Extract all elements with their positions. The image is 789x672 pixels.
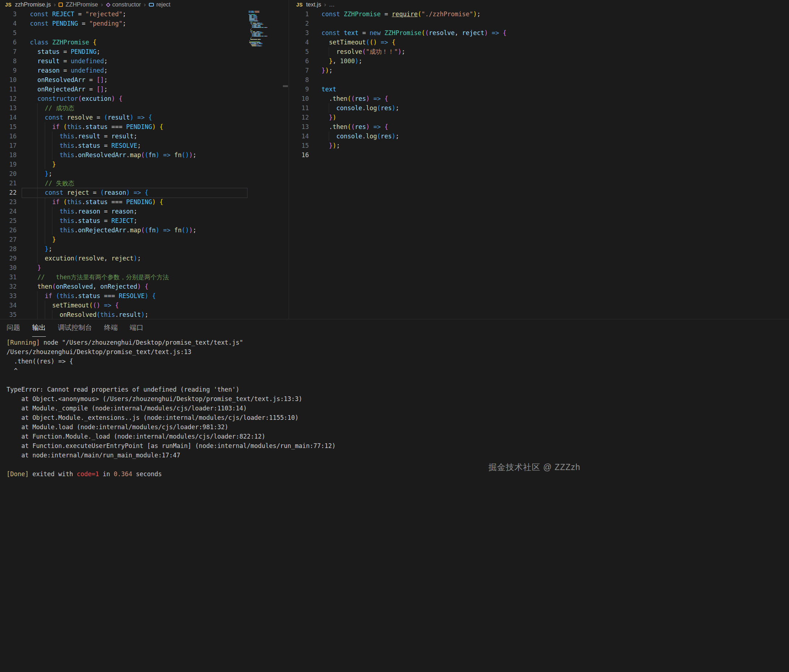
line-number[interactable]: 11 [289,103,309,113]
line-number[interactable]: 21 [0,179,17,188]
line-number[interactable]: 30 [0,263,17,272]
code-line[interactable]: 4 setTimeout(() => { [289,38,789,47]
line-number[interactable]: 24 [0,207,17,216]
line-number[interactable]: 6 [289,56,309,66]
line-number[interactable]: 7 [289,66,309,75]
code-line[interactable]: 23 if (this.status === PENDING) { [0,197,289,207]
breadcrumb-item-file[interactable]: zzhPromise.js [15,2,51,8]
line-number[interactable]: 16 [289,150,309,160]
code-line[interactable]: 2 [289,19,789,28]
code-line[interactable]: 10 .then((res) => { [289,94,789,103]
code-line[interactable]: 16 this.result = result; [0,131,289,141]
line-number[interactable]: 6 [0,38,17,47]
code-line[interactable]: 28 }; [0,244,289,254]
code-line[interactable]: 22 const reject = (reason) => { [0,188,289,197]
line-number[interactable]: 14 [0,113,17,122]
code-line[interactable]: 7 status = PENDING; [0,47,289,56]
code-line[interactable]: 35 onResolved(this.result); [0,310,289,319]
code-line[interactable]: 14 console.log(res); [289,131,789,141]
breadcrumb-item-class[interactable]: ZZHPromise [65,2,98,8]
breadcrumb-item-reject[interactable]: reject [157,2,171,8]
line-number[interactable]: 13 [289,122,309,131]
code-line[interactable]: 14 const resolve = (result) => { [0,113,289,122]
panel-tab-terminal[interactable]: 终端 [104,319,118,337]
line-number[interactable]: 3 [0,10,17,19]
code-line[interactable]: 4const PENDING = "pending"; [0,19,289,28]
line-number[interactable]: 33 [0,291,17,301]
line-number[interactable]: 8 [0,56,17,66]
panel-tab-output[interactable]: 输出 [32,319,46,337]
code-line[interactable]: 10 onResolvedArr = []; [0,75,289,85]
code-line[interactable]: 9text [289,85,789,94]
line-number[interactable]: 3 [289,28,309,38]
line-number[interactable]: 15 [289,141,309,150]
line-number[interactable]: 11 [0,85,17,94]
code-line[interactable]: 6class ZZHPromise { [0,38,289,47]
line-number[interactable]: 17 [0,141,17,150]
code-line[interactable]: 18 this.onResolvedArr.map((fn) => fn()); [0,150,289,160]
code-line[interactable]: 19 } [0,160,289,169]
output-console[interactable]: [Running] node "/Users/zhouzenghui/Deskt… [0,337,789,672]
code-line[interactable]: 33 if (this.status === RESOLVE) { [0,291,289,301]
panel-tab-problems[interactable]: 问题 [6,319,20,337]
code-line[interactable]: 7}); [289,66,789,75]
line-number[interactable]: 18 [0,150,17,160]
code-line[interactable]: 13 .then((res) => { [289,122,789,131]
editor-left[interactable]: 3const REJECT = "rejected";4const PENDIN… [0,10,289,319]
line-number[interactable]: 12 [0,94,17,103]
editor-right[interactable]: 1const ZZHPromise = require("./zzhPromis… [289,10,789,319]
line-number[interactable]: 35 [0,310,17,319]
line-number[interactable]: 25 [0,216,17,225]
line-number[interactable]: 5 [0,28,17,38]
code-line[interactable]: 20 }; [0,169,289,179]
panel-tab-debug-console[interactable]: 调试控制台 [58,319,92,337]
line-number[interactable]: 16 [0,131,17,141]
code-line[interactable]: 26 this.onRejectedArr.map((fn) => fn()); [0,225,289,235]
code-line[interactable]: 17 this.status = RESOLVE; [0,141,289,150]
line-number[interactable]: 34 [0,301,17,310]
line-number[interactable]: 10 [0,75,17,85]
line-number[interactable]: 7 [0,47,17,56]
line-number[interactable]: 29 [0,254,17,263]
code-line[interactable]: 11 onRejectedArr = []; [0,85,289,94]
line-number[interactable]: 15 [0,122,17,131]
code-line[interactable]: 3const text = new ZZHPromise((resolve, r… [289,28,789,38]
code-line[interactable]: 25 this.status = REJECT; [0,216,289,225]
code-line[interactable]: 15 if (this.status === PENDING) { [0,122,289,131]
code-line[interactable]: 13 // 成功态 [0,103,289,113]
code-line[interactable]: 11 console.log(res); [289,103,789,113]
line-number[interactable]: 5 [289,47,309,56]
code-line[interactable]: 29 excution(resolve, reject); [0,254,289,263]
code-line[interactable]: 5 [0,28,289,38]
code-line[interactable]: 24 this.reason = reason; [0,207,289,216]
code-line[interactable]: 31 // then方法里有两个参数，分别是两个方法 [0,272,289,282]
line-number[interactable]: 1 [289,10,309,19]
code-line[interactable]: 1const ZZHPromise = require("./zzhPromis… [289,10,789,19]
line-number[interactable]: 4 [0,19,17,28]
code-line[interactable]: 9 reason = undefined; [0,66,289,75]
line-number[interactable]: 8 [289,75,309,85]
line-number[interactable]: 28 [0,244,17,254]
line-number[interactable]: 19 [0,160,17,169]
line-number[interactable]: 27 [0,235,17,244]
code-line[interactable]: 32 then(onResolved, onRejected) { [0,282,289,291]
line-number[interactable]: 23 [0,197,17,207]
line-number[interactable]: 31 [0,272,17,282]
line-number[interactable]: 32 [0,282,17,291]
line-number[interactable]: 20 [0,169,17,179]
breadcrumb-item-constructor[interactable]: constructor [112,2,141,8]
code-line[interactable]: 34 setTimeout(() => { [0,301,289,310]
line-number[interactable]: 14 [289,131,309,141]
code-line[interactable]: 30 } [0,263,289,272]
code-line[interactable]: 3const REJECT = "rejected"; [0,10,289,19]
line-number[interactable]: 9 [0,66,17,75]
code-line[interactable]: 21 // 失败态 [0,179,289,188]
code-line[interactable]: 15 }); [289,141,789,150]
line-number[interactable]: 12 [289,113,309,122]
code-line[interactable]: 16 [289,150,789,160]
code-line[interactable]: 8 [289,75,789,85]
minimap[interactable] [249,11,282,307]
code-line[interactable]: 6 }, 1000); [289,56,789,66]
code-line[interactable]: 12 constructor(excution) { [0,94,289,103]
line-number[interactable]: 13 [0,103,17,113]
